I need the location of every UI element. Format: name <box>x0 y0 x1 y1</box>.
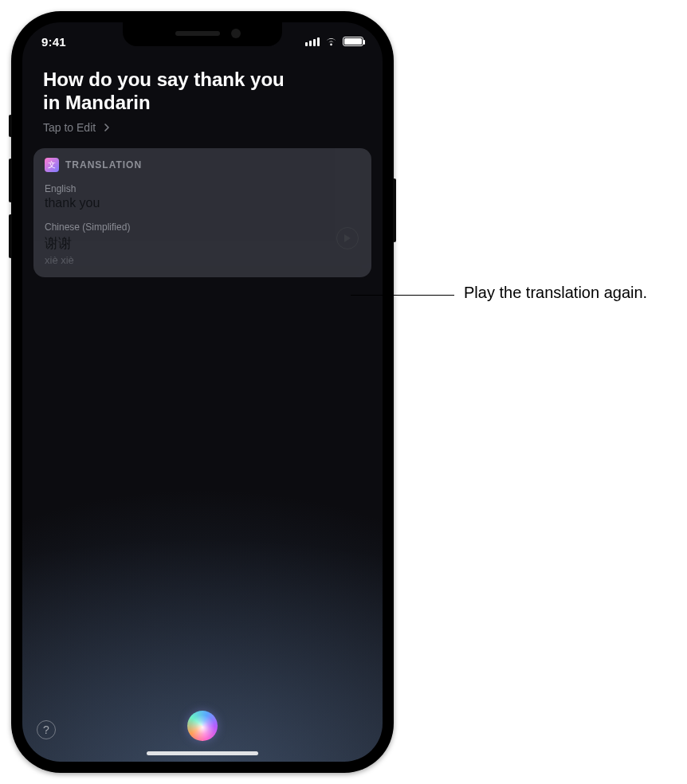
mute-switch <box>9 115 12 137</box>
translate-app-icon: 文 <box>45 158 59 172</box>
siri-orb-button[interactable] <box>187 711 218 741</box>
callout-leader-line <box>351 295 454 296</box>
volume-up-button <box>9 159 12 202</box>
cellular-signal-icon <box>305 37 320 46</box>
notch <box>123 22 282 46</box>
target-language-label: Chinese (Simplified) <box>45 221 360 233</box>
target-pinyin: xiè xiè <box>45 254 360 266</box>
wifi-icon <box>324 37 338 46</box>
play-translation-button[interactable] <box>336 227 359 249</box>
volume-down-button <box>9 214 12 258</box>
side-button <box>393 178 396 242</box>
phone-frame: 9:41 How do you say thank you in Mandari… <box>11 11 394 773</box>
battery-icon <box>343 37 363 46</box>
callout-text: Play the translation again. <box>464 284 647 302</box>
translation-card[interactable]: 文 TRANSLATION English thank you Chinese … <box>33 148 371 277</box>
source-text: thank you <box>45 196 360 210</box>
target-text: 谢谢 <box>45 234 360 253</box>
status-time: 9:41 <box>41 32 66 49</box>
play-icon <box>344 233 351 243</box>
tap-to-edit-button[interactable]: Tap to Edit <box>22 115 383 134</box>
screen: 9:41 How do you say thank you in Mandari… <box>22 22 383 762</box>
source-language-label: English <box>45 183 360 194</box>
home-indicator[interactable] <box>147 751 258 755</box>
chevron-right-icon <box>100 121 113 134</box>
tap-to-edit-label: Tap to Edit <box>43 121 96 134</box>
siri-help-button[interactable]: ? <box>37 720 56 739</box>
card-title: TRANSLATION <box>65 159 142 171</box>
siri-query-text: How do you say thank you in Mandarin <box>22 69 325 115</box>
